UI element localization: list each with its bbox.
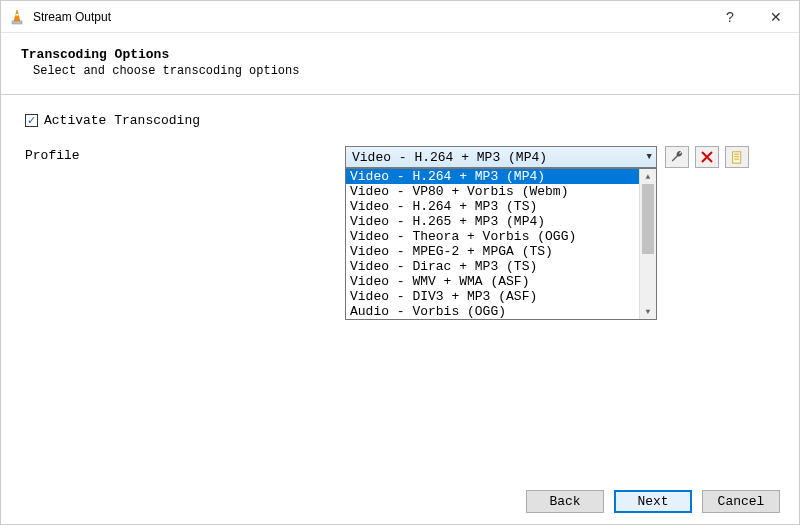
content-area: ✓ Activate Transcoding Profile Video - H…	[1, 95, 799, 168]
profile-combo-wrap: Video - H.264 + MP3 (MP4) ▼ Video - H.26…	[345, 146, 657, 168]
back-button[interactable]: Back	[526, 490, 604, 513]
help-button[interactable]: ?	[707, 1, 753, 33]
profile-option[interactable]: Video - H.264 + MP3 (MP4)	[346, 169, 639, 184]
chevron-down-icon: ▼	[647, 152, 652, 162]
activate-transcoding-row: ✓ Activate Transcoding	[25, 113, 775, 128]
activate-transcoding-checkbox[interactable]: ✓	[25, 114, 38, 127]
page-title: Transcoding Options	[21, 47, 779, 62]
edit-profile-button[interactable]	[665, 146, 689, 168]
next-button[interactable]: Next	[614, 490, 692, 513]
wrench-icon	[670, 150, 684, 164]
new-document-icon	[731, 151, 744, 164]
profile-option[interactable]: Video - VP80 + Vorbis (Webm)	[346, 184, 639, 199]
window-title: Stream Output	[33, 10, 707, 24]
profile-option[interactable]: Audio - Vorbis (OGG)	[346, 304, 639, 319]
app-icon	[9, 9, 25, 25]
profile-option[interactable]: Video - H.265 + MP3 (MP4)	[346, 214, 639, 229]
delete-x-icon	[701, 151, 713, 163]
new-profile-button[interactable]	[725, 146, 749, 168]
cancel-button[interactable]: Cancel	[702, 490, 780, 513]
svg-rect-2	[12, 21, 22, 24]
titlebar: Stream Output ? ✕	[1, 1, 799, 33]
scroll-up-icon[interactable]: ▲	[640, 169, 656, 184]
profile-combobox[interactable]: Video - H.264 + MP3 (MP4) ▼	[345, 146, 657, 168]
activate-transcoding-label: Activate Transcoding	[44, 113, 200, 128]
svg-rect-3	[732, 151, 740, 162]
scroll-down-icon[interactable]: ▼	[640, 304, 656, 319]
delete-profile-button[interactable]	[695, 146, 719, 168]
profile-label: Profile	[25, 146, 345, 163]
profile-option[interactable]: Video - Dirac + MP3 (TS)	[346, 259, 639, 274]
wizard-footer: Back Next Cancel	[0, 478, 800, 525]
profile-option[interactable]: Video - WMV + WMA (ASF)	[346, 274, 639, 289]
close-button[interactable]: ✕	[753, 1, 799, 33]
dropdown-scrollbar[interactable]: ▲ ▼	[639, 169, 656, 319]
profile-dropdown: Video - H.264 + MP3 (MP4) Video - VP80 +…	[345, 168, 657, 320]
profile-selected-value: Video - H.264 + MP3 (MP4)	[352, 150, 547, 165]
profile-option[interactable]: Video - Theora + Vorbis (OGG)	[346, 229, 639, 244]
svg-rect-1	[16, 14, 19, 16]
profile-option[interactable]: Video - DIV3 + MP3 (ASF)	[346, 289, 639, 304]
profile-option[interactable]: Video - MPEG-2 + MPGA (TS)	[346, 244, 639, 259]
profile-row: Profile Video - H.264 + MP3 (MP4) ▼ Vide…	[25, 146, 775, 168]
scroll-thumb[interactable]	[642, 184, 654, 254]
profile-action-buttons	[665, 146, 749, 168]
profile-option[interactable]: Video - H.264 + MP3 (TS)	[346, 199, 639, 214]
page-subtitle: Select and choose transcoding options	[21, 64, 779, 78]
wizard-header: Transcoding Options Select and choose tr…	[1, 33, 799, 88]
